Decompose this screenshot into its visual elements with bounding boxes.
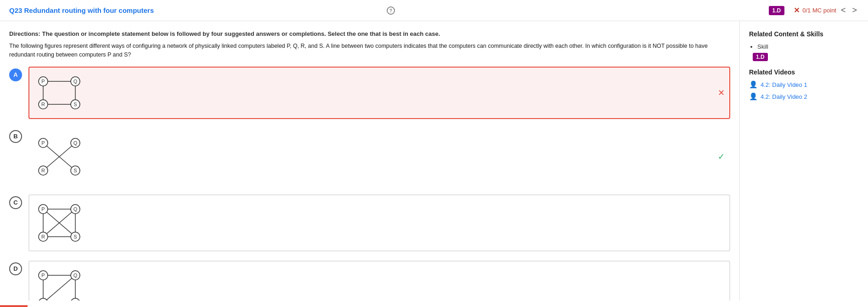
video-icon-1: 👤	[749, 80, 758, 89]
option-b-row[interactable]: B P Q R S	[9, 128, 730, 185]
content-area: Directions: The question or incomplete s…	[0, 21, 739, 301]
option-b-status: ✓	[718, 152, 725, 162]
directions-text: Directions: The question or incomplete s…	[9, 30, 730, 37]
skill-section: Skill 1.D	[749, 43, 859, 61]
header: Q23 Redundant routing with four computer…	[0, 0, 868, 21]
option-a-label: A	[9, 68, 22, 81]
related-content-title: Related Content & Skills	[749, 30, 859, 38]
graph-d: P Q R S	[34, 266, 716, 301]
main-container: Directions: The question or incomplete s…	[0, 21, 868, 301]
svg-text:R: R	[41, 168, 45, 173]
prev-arrow[interactable]: <	[839, 6, 848, 15]
option-c-label: C	[9, 196, 22, 209]
svg-text:Q: Q	[73, 273, 78, 278]
svg-text:R: R	[41, 102, 45, 107]
option-d-content[interactable]: P Q R S	[28, 261, 730, 301]
svg-text:Q: Q	[73, 140, 78, 146]
svg-text:S: S	[73, 234, 77, 239]
score-section: ✕ 0/1 MC point < >	[794, 6, 859, 15]
video-link-2[interactable]: 👤 4.2: Daily Video 2	[749, 92, 859, 101]
option-c-content[interactable]: P Q R S	[28, 194, 730, 251]
option-c-row[interactable]: C P	[9, 194, 730, 251]
video-label-1: 4.2: Daily Video 1	[761, 81, 807, 88]
skill-bullet: 1.D	[753, 53, 859, 61]
svg-text:Q: Q	[73, 206, 78, 212]
sidebar-skill-badge: 1.D	[753, 53, 768, 61]
option-d-label: D	[9, 262, 22, 275]
svg-text:P: P	[41, 273, 45, 278]
sidebar: Related Content & Skills Skill 1.D Relat…	[739, 21, 868, 301]
option-b-content[interactable]: P Q R S ✓	[28, 128, 730, 185]
skill-item: Skill	[757, 43, 859, 50]
question-title: Q23 Redundant routing with four computer…	[9, 6, 383, 14]
skill-badge-header: 1.D	[769, 6, 785, 15]
option-a-row[interactable]: A P Q R	[9, 67, 730, 119]
svg-text:Q: Q	[73, 79, 78, 84]
svg-text:S: S	[73, 168, 77, 173]
graph-c: P Q R S	[34, 200, 716, 246]
video-label-2: 4.2: Daily Video 2	[761, 93, 807, 100]
video-icon-2: 👤	[749, 92, 758, 101]
svg-text:P: P	[41, 140, 45, 146]
svg-text:S: S	[73, 300, 77, 301]
svg-line-40	[43, 275, 75, 301]
next-arrow[interactable]: >	[851, 6, 859, 15]
score-x-icon: ✕	[794, 6, 800, 15]
help-icon[interactable]: ?	[387, 6, 395, 15]
graph-b: P Q R S	[34, 134, 716, 180]
svg-text:R: R	[41, 234, 45, 239]
problem-text: The following figures represent differen…	[9, 42, 730, 59]
option-b-label: B	[9, 130, 22, 143]
option-d-row[interactable]: D P Q	[9, 261, 730, 301]
option-a-content[interactable]: P Q R S ✕	[28, 67, 730, 119]
video-link-1[interactable]: 👤 4.2: Daily Video 1	[749, 80, 859, 89]
score-text: 0/1 MC point	[802, 7, 836, 14]
option-a-status: ✕	[718, 88, 725, 98]
svg-text:R: R	[41, 300, 45, 301]
graph-a: P Q R S	[34, 72, 716, 114]
related-videos-title: Related Videos	[749, 68, 859, 76]
skill-label-text: Skill	[749, 43, 859, 50]
svg-text:P: P	[41, 206, 45, 212]
svg-text:S: S	[73, 102, 77, 107]
svg-text:P: P	[41, 79, 45, 84]
